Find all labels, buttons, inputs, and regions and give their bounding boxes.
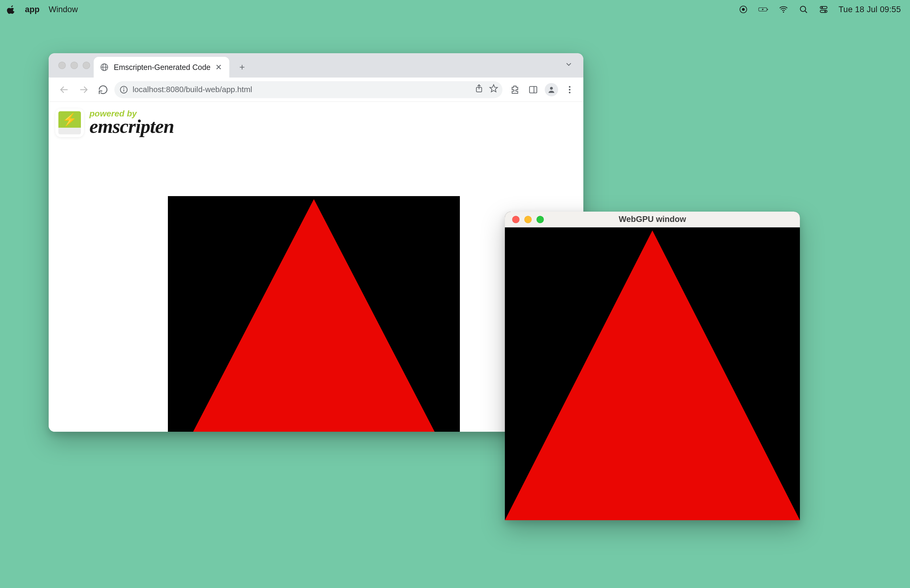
svg-rect-7 xyxy=(820,6,827,9)
emscripten-logo-icon: ⚡ xyxy=(55,108,84,137)
reload-button[interactable] xyxy=(95,81,112,98)
url-host: localhost xyxy=(133,85,164,94)
red-triangle xyxy=(505,229,800,520)
emscripten-banner: ⚡ powered by emscripten xyxy=(48,102,583,140)
tablist-chevron-icon[interactable] xyxy=(564,60,573,71)
omnibox-actions xyxy=(474,84,498,95)
svg-point-26 xyxy=(550,87,553,89)
apple-icon[interactable] xyxy=(7,5,16,14)
profile-avatar[interactable] xyxy=(544,82,559,97)
svg-line-6 xyxy=(805,11,807,13)
menubar-right: Tue 18 Jul 09:55 xyxy=(738,5,901,14)
chrome-tabstrip: Emscripten-Generated Code ✕ xyxy=(48,53,583,78)
tab-close-icon[interactable]: ✕ xyxy=(215,63,222,71)
svg-point-4 xyxy=(783,11,784,13)
browser-tab[interactable]: Emscripten-Generated Code ✕ xyxy=(94,57,230,78)
svg-point-27 xyxy=(569,86,570,87)
url-text: localhost:8080/build-web/app.html xyxy=(133,85,252,94)
svg-point-10 xyxy=(824,11,826,12)
sidepanel-icon[interactable] xyxy=(525,82,541,97)
toolbar-right xyxy=(506,82,577,97)
screenrecord-icon[interactable] xyxy=(738,5,748,14)
browser-viewport: ⚡ powered by emscripten xyxy=(48,102,583,432)
address-bar[interactable]: localhost:8080/build-web/app.html xyxy=(114,81,503,98)
back-button[interactable] xyxy=(56,81,73,98)
chrome-toolbar: localhost:8080/build-web/app.html xyxy=(48,78,583,102)
macos-menubar: app Window Tue 18 Jul 09:55 xyxy=(0,0,910,19)
svg-point-28 xyxy=(569,89,570,90)
url-path: :8080/build-web/app.html xyxy=(164,85,252,94)
svg-point-8 xyxy=(821,7,823,8)
red-triangle xyxy=(168,198,460,432)
svg-rect-24 xyxy=(530,86,537,93)
native-window: WebGPU window xyxy=(505,212,800,520)
kebab-menu-icon[interactable] xyxy=(562,82,577,97)
traffic-minimize-icon[interactable] xyxy=(71,62,78,69)
emscripten-text: powered by emscripten xyxy=(89,110,174,136)
svg-rect-3 xyxy=(767,9,768,10)
menubar-menu-window[interactable]: Window xyxy=(48,5,78,14)
svg-marker-23 xyxy=(490,85,498,92)
extensions-icon[interactable] xyxy=(507,82,522,97)
native-canvas xyxy=(505,228,800,520)
menubar-clock[interactable]: Tue 18 Jul 09:55 xyxy=(839,5,901,14)
svg-rect-9 xyxy=(820,10,827,13)
bookmark-star-icon[interactable] xyxy=(489,84,498,95)
share-icon[interactable] xyxy=(474,84,483,95)
menubar-app-name[interactable]: app xyxy=(25,5,40,14)
wifi-icon[interactable] xyxy=(778,5,789,14)
traffic-zoom-icon[interactable] xyxy=(83,62,90,69)
site-info-icon[interactable] xyxy=(119,85,128,94)
tab-title: Emscripten-Generated Code xyxy=(114,63,210,72)
search-icon[interactable] xyxy=(798,5,809,14)
svg-point-20 xyxy=(123,87,124,88)
control-center-icon[interactable] xyxy=(818,5,829,14)
browser-window: Emscripten-Generated Code ✕ localhost:80… xyxy=(48,53,583,432)
forward-button[interactable] xyxy=(76,81,92,98)
menubar-left: app Window xyxy=(7,5,78,14)
native-titlebar: WebGPU window xyxy=(505,212,800,228)
svg-point-5 xyxy=(800,6,806,11)
globe-icon xyxy=(100,63,109,72)
traffic-close-icon[interactable] xyxy=(58,62,66,69)
svg-point-1 xyxy=(742,8,745,11)
battery-icon[interactable] xyxy=(758,5,769,14)
native-window-title: WebGPU window xyxy=(505,215,800,224)
new-tab-button[interactable] xyxy=(234,59,251,76)
webgl-canvas xyxy=(168,196,460,432)
emscripten-brand-label: emscripten xyxy=(89,117,174,136)
browser-traffic-lights xyxy=(58,62,90,69)
svg-point-29 xyxy=(569,92,570,93)
